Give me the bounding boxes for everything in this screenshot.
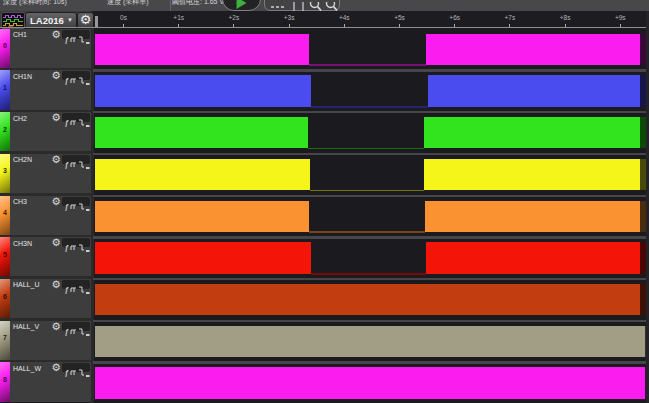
channel-row-ch3n[interactable]: 5CH3N⚙ƒ: [0, 237, 91, 276]
channel-number: 3: [0, 167, 10, 174]
ruler-tick-label: +1s: [173, 14, 184, 21]
ruler-tick-label: +8s: [560, 14, 571, 21]
waveform-row-separator: [93, 320, 646, 322]
toolbar-separator: [170, 0, 171, 11]
falling-edge-icon: [79, 204, 84, 209]
channel-number: 0: [0, 42, 10, 49]
channel-trigger-icons[interactable]: ƒ: [62, 363, 90, 372]
channel-color-strip: 8: [0, 362, 10, 401]
channel-gear-icon[interactable]: ⚙: [50, 278, 62, 290]
ruler-tick-label: +4s: [339, 14, 350, 21]
channel-number: 2: [0, 126, 10, 133]
waveform-high-segment: [95, 242, 311, 273]
waveform-high-segment: [426, 34, 640, 65]
channel-number: 6: [0, 293, 10, 300]
channel-gear-icon[interactable]: ⚙: [50, 361, 62, 373]
frequency-measure-icon: ƒ: [64, 35, 69, 44]
pulse-high-icon: [71, 38, 76, 42]
channel-color-strip: 6: [0, 279, 10, 318]
channel-gear-icon[interactable]: ⚙: [50, 69, 62, 81]
channel-trigger-icons[interactable]: ƒ: [62, 113, 90, 122]
waveform-low-segment: [308, 148, 425, 150]
waveform-row-separator: [93, 111, 646, 113]
frequency-measure-icon: ƒ: [64, 76, 69, 85]
channel-number: 8: [0, 376, 10, 383]
channel-name-label: CH1: [13, 31, 27, 38]
ruler-tick-label: 0s: [120, 14, 127, 21]
chevron-down-icon: ▼: [67, 13, 73, 28]
channel-name-label: CH3N: [13, 240, 32, 247]
waveform-low-segment: [311, 273, 427, 275]
channel-row-ch2n[interactable]: 3CH2N⚙ƒ: [0, 154, 91, 193]
waveform-high-segment: [426, 242, 640, 273]
pulse-high-icon: [71, 371, 76, 375]
falling-edge-icon: [79, 78, 84, 83]
waveform-high-segment: [95, 326, 645, 357]
channel-row-hall_u[interactable]: 6HALL_U⚙ƒ: [0, 279, 91, 318]
window-right-border: [646, 11, 649, 403]
waveform-row-separator: [93, 69, 646, 71]
channel-gear-icon[interactable]: ⚙: [50, 320, 62, 332]
frequency-measure-icon: ƒ: [64, 327, 69, 336]
waveform-row-separator: [93, 361, 646, 363]
channel-trigger-icons[interactable]: ƒ: [62, 71, 90, 80]
channel-trigger-icons[interactable]: ƒ: [62, 280, 90, 289]
channel-trigger-icons[interactable]: ƒ: [62, 197, 90, 206]
falling-edge-icon: [79, 37, 84, 42]
waveform-high-segment: [95, 34, 309, 65]
frequency-measure-icon: ƒ: [64, 368, 69, 377]
falling-edge-icon: [79, 329, 84, 334]
channel-gear-icon[interactable]: ⚙: [50, 111, 62, 123]
channel-color-strip: 5: [0, 237, 10, 276]
frequency-measure-icon: ƒ: [64, 160, 69, 169]
waveform-high-segment: [95, 284, 640, 315]
waveform-high-segment: [95, 201, 309, 232]
channel-name-label: HALL_W: [13, 365, 41, 372]
frequency-measure-icon: ƒ: [64, 243, 69, 252]
channel-color-strip: 4: [0, 196, 10, 235]
timeline-ruler[interactable]: 0s+1s+2s+3s+4s+5s+6s+7s+8s+9s: [93, 11, 649, 28]
channel-name-label: CH2N: [13, 156, 32, 163]
channel-gear-icon[interactable]: ⚙: [50, 236, 62, 248]
channel-trigger-icons[interactable]: ƒ: [62, 322, 90, 331]
channel-trigger-icons[interactable]: ƒ: [62, 238, 90, 247]
channel-row-ch1[interactable]: 0CH1⚙ƒ: [0, 29, 91, 68]
channel-row-ch1n[interactable]: 1CH1N⚙ƒ: [0, 70, 91, 109]
waveform-high-segment: [95, 75, 311, 106]
waveform-row-separator: [93, 153, 646, 155]
channel-row-ch3[interactable]: 4CH3⚙ƒ: [0, 196, 91, 235]
channel-trigger-icons[interactable]: ƒ: [62, 30, 90, 39]
frequency-measure-icon: ƒ: [64, 285, 69, 294]
ruler-tick-label: +7s: [505, 14, 516, 21]
falling-edge-icon: [79, 287, 84, 292]
waveform-low-segment: [309, 64, 426, 66]
channel-gear-icon[interactable]: ⚙: [50, 28, 62, 40]
run-button[interactable]: [222, 0, 261, 11]
falling-edge-icon: [79, 245, 84, 250]
ruler-tick-label: +9s: [615, 14, 626, 21]
channel-row-ch2[interactable]: 2CH2⚙ƒ: [0, 112, 91, 151]
channel-number: 4: [0, 209, 10, 216]
channel-gear-icon[interactable]: ⚙: [50, 153, 62, 165]
waveform-low-segment: [311, 106, 428, 108]
app-window: 深度 (采样时间: 10s) 速度 (采样率) 阈值电压: 1.65 V: [0, 0, 649, 403]
ruler-tick-label: +5s: [394, 14, 405, 21]
waveform-row-separator: [93, 236, 646, 238]
waveform-high-segment: [95, 159, 310, 190]
channel-color-strip: 2: [0, 112, 10, 151]
channel-color-strip: 1: [0, 70, 10, 109]
channel-trigger-icons[interactable]: ƒ: [62, 155, 90, 164]
channel-name-label: CH3: [13, 198, 27, 205]
pulse-high-icon: [71, 205, 76, 209]
sample-rate-label: 速度 (采样率): [107, 0, 149, 7]
channel-gear-icon[interactable]: ⚙: [50, 195, 62, 207]
pulse-high-icon: [71, 288, 76, 292]
channel-number: 5: [0, 251, 10, 258]
channel-row-hall_w[interactable]: 8HALL_W⚙ƒ: [0, 362, 91, 401]
waveform-row-separator: [93, 278, 646, 280]
toolbar-icon-group: [264, 0, 340, 11]
channel-row-hall_v[interactable]: 7HALL_V⚙ƒ: [0, 321, 91, 360]
channel-name-label: HALL_U: [13, 281, 39, 288]
waveform-high-segment: [424, 159, 640, 190]
channel-name-label: CH1N: [13, 73, 32, 80]
